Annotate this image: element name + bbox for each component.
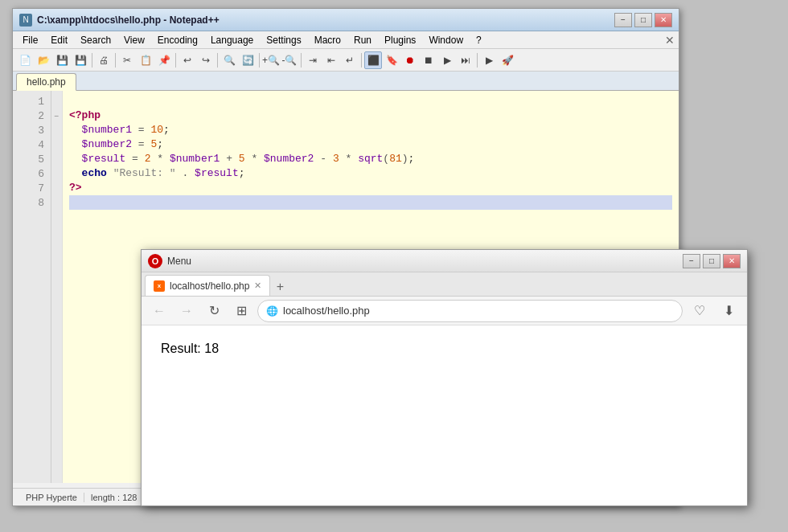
tb-cut[interactable]: ✂ xyxy=(118,51,136,69)
address-bar-container: 🌐 xyxy=(257,300,683,322)
line-numbers: 1 2 3 4 5 6 7 8 xyxy=(13,91,51,483)
menu-language[interactable]: Language xyxy=(204,33,260,47)
fold-margin: − xyxy=(51,91,63,483)
tb-zoomin[interactable]: +🔍 xyxy=(262,51,280,69)
browser-window: O Menu − □ ✕ x localhost/hello.php ✕ + ←… xyxy=(141,249,748,506)
line-num-2: 2 xyxy=(13,108,51,123)
browser-result-text: Result: 18 xyxy=(161,342,728,356)
browser-heart-button[interactable]: ♡ xyxy=(687,299,712,323)
tb-sep1 xyxy=(92,53,92,68)
line-num-7: 7 xyxy=(13,181,51,195)
npp-title: C:\xampp\htdocs\hello.php - Notepad++ xyxy=(37,14,614,26)
browser-download-button[interactable]: ⬇ xyxy=(716,299,741,323)
tb-new[interactable]: 📄 xyxy=(16,51,34,69)
browser-refresh-button[interactable]: ↻ xyxy=(203,300,225,322)
browser-minimize-button[interactable]: − xyxy=(683,254,700,268)
npp-minimize-button[interactable]: − xyxy=(614,13,632,27)
tab-close-icon[interactable]: ✕ xyxy=(254,280,261,291)
menu-close-icon[interactable]: ✕ xyxy=(664,35,675,46)
tb-open[interactable]: 📂 xyxy=(35,51,52,69)
line-num-8: 8 xyxy=(13,195,51,210)
npp-menubar: File Edit Search View Encoding Language … xyxy=(13,31,679,49)
tb-sep4 xyxy=(217,53,218,68)
code-line-7: ?> xyxy=(69,181,672,195)
code-line-3: $number1 = 10; xyxy=(69,123,672,137)
npp-close-button[interactable]: ✕ xyxy=(655,13,672,27)
browser-forward-button[interactable]: → xyxy=(175,300,198,322)
browser-menu-button[interactable]: Menu xyxy=(167,256,191,267)
npp-titlebar: N C:\xampp\htdocs\hello.php - Notepad++ … xyxy=(13,9,679,31)
code-line-2: <?php xyxy=(69,108,672,123)
tb-macro-play[interactable]: ▶ xyxy=(438,51,456,69)
status-length: length : 128 xyxy=(84,493,145,502)
browser-tab-localhost[interactable]: x localhost/hello.php ✕ xyxy=(145,275,270,296)
npp-tabbar: hello.php xyxy=(13,72,679,91)
code-line-5: $result = 2 * $number1 + 5 * $number2 - … xyxy=(69,152,672,166)
line-num-3: 3 xyxy=(13,123,51,137)
line-num-4: 4 xyxy=(13,137,51,152)
menu-run[interactable]: Run xyxy=(347,33,378,47)
menu-file[interactable]: File xyxy=(16,33,44,47)
browser-content: Result: 18 xyxy=(142,325,747,505)
browser-tabbar: x localhost/hello.php ✕ + xyxy=(142,272,747,297)
npp-app-icon: N xyxy=(19,14,32,27)
menu-help[interactable]: ? xyxy=(470,33,488,47)
code-line-6: echo "Result: " . $result; xyxy=(69,166,672,181)
line-num-5: 5 xyxy=(13,152,51,166)
tb-sep8 xyxy=(477,53,478,68)
tb-unindent[interactable]: ⇤ xyxy=(322,51,340,69)
opera-logo-icon: O xyxy=(148,254,162,268)
browser-window-controls: − □ ✕ xyxy=(683,254,741,268)
tb-run2[interactable]: 🚀 xyxy=(499,51,516,69)
code-line-4: $number2 = 5; xyxy=(69,137,672,152)
tb-macro-stop[interactable]: ⏹ xyxy=(420,51,437,69)
tb-highlight[interactable]: ⬛ xyxy=(364,51,382,69)
fold-6 xyxy=(51,166,62,181)
menu-view[interactable]: View xyxy=(117,33,151,47)
tb-redo[interactable]: ↪ xyxy=(197,51,215,69)
menu-search[interactable]: Search xyxy=(74,33,117,47)
menu-window[interactable]: Window xyxy=(422,33,470,47)
tb-find[interactable]: 🔍 xyxy=(220,51,238,69)
tb-saveall[interactable]: 💾 xyxy=(72,51,89,69)
tb-run-macro[interactable]: ⏭ xyxy=(457,51,474,69)
new-tab-button[interactable]: + xyxy=(270,278,289,296)
fold-4 xyxy=(51,137,62,152)
npp-restore-button[interactable]: □ xyxy=(634,13,652,27)
menu-macro[interactable]: Macro xyxy=(308,33,347,47)
browser-grid-button[interactable]: ⊞ xyxy=(230,300,252,322)
tb-sep3 xyxy=(175,53,176,68)
tb-print[interactable]: 🖨 xyxy=(95,51,113,69)
tb-paste[interactable]: 📌 xyxy=(155,51,173,69)
browser-toolbar: ← → ↻ ⊞ 🌐 ♡ ⬇ xyxy=(142,297,747,325)
tb-copy[interactable]: 📋 xyxy=(137,51,154,69)
status-lang: PHP Hyperte xyxy=(19,493,84,502)
address-bar-input[interactable] xyxy=(283,305,674,317)
tb-undo[interactable]: ↩ xyxy=(179,51,196,69)
fold-8 xyxy=(51,195,62,210)
tb-replace[interactable]: 🔄 xyxy=(239,51,257,69)
menu-encoding[interactable]: Encoding xyxy=(151,33,204,47)
tb-bookmark[interactable]: 🔖 xyxy=(383,51,400,69)
browser-restore-button[interactable]: □ xyxy=(703,254,720,268)
tb-wrap[interactable]: ↵ xyxy=(341,51,359,69)
tb-indent[interactable]: ⇥ xyxy=(304,51,322,69)
menu-settings[interactable]: Settings xyxy=(260,33,307,47)
line-num-1: 1 xyxy=(13,94,51,108)
tb-zoomout[interactable]: -🔍 xyxy=(281,51,298,69)
npp-window-controls: − □ ✕ xyxy=(614,13,672,27)
browser-tab-label: localhost/hello.php xyxy=(170,280,249,292)
fold-5 xyxy=(51,152,62,166)
tb-save[interactable]: 💾 xyxy=(53,51,71,69)
menu-plugins[interactable]: Plugins xyxy=(378,33,422,47)
tb-macro-rec[interactable]: ⏺ xyxy=(401,51,419,69)
browser-close-button[interactable]: ✕ xyxy=(723,254,741,268)
fold-2[interactable]: − xyxy=(51,108,62,123)
browser-titlebar: O Menu − □ ✕ xyxy=(142,250,747,272)
fold-1 xyxy=(51,94,62,108)
npp-tab-hello[interactable]: hello.php xyxy=(16,73,76,91)
browser-back-button[interactable]: ← xyxy=(148,300,170,322)
tab-favicon-icon: x xyxy=(154,280,165,292)
menu-edit[interactable]: Edit xyxy=(44,33,74,47)
tb-run[interactable]: ▶ xyxy=(480,51,498,69)
